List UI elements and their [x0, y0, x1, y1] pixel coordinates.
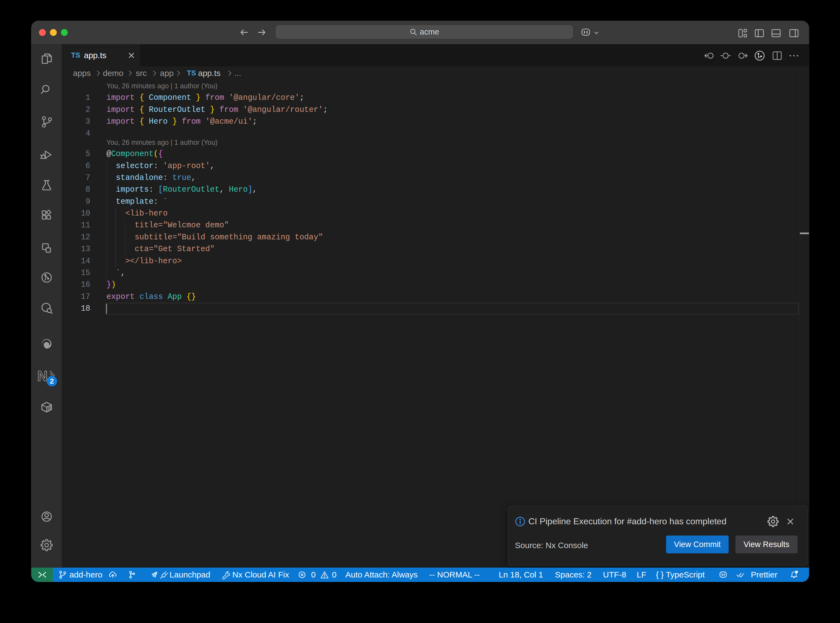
svg-text:N: N — [37, 369, 48, 384]
